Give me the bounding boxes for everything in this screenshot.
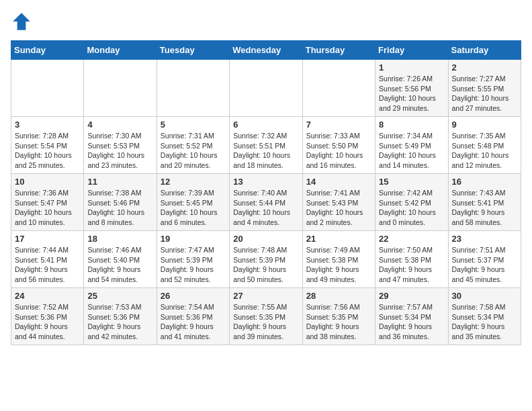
- day-number: 9: [452, 120, 517, 130]
- cell-info: Sunrise: 7:27 AM Sunset: 5:55 PM Dayligh…: [452, 74, 517, 113]
- day-header-thursday: Thursday: [302, 41, 375, 60]
- svg-marker-0: [13, 13, 30, 30]
- day-number: 20: [233, 234, 298, 244]
- day-number: 13: [233, 177, 298, 187]
- day-number: 30: [452, 291, 517, 301]
- cell-info: Sunrise: 7:58 AM Sunset: 5:34 PM Dayligh…: [452, 302, 517, 342]
- calendar-header-row: SundayMondayTuesdayWednesdayThursdayFrid…: [11, 41, 521, 60]
- calendar-cell: 8Sunrise: 7:34 AM Sunset: 5:49 PM Daylig…: [375, 117, 448, 174]
- calendar-cell: 20Sunrise: 7:48 AM Sunset: 5:39 PM Dayli…: [230, 231, 302, 288]
- cell-info: Sunrise: 7:41 AM Sunset: 5:43 PM Dayligh…: [306, 188, 371, 228]
- calendar-cell: 9Sunrise: 7:35 AM Sunset: 5:48 PM Daylig…: [448, 117, 521, 174]
- cell-info: Sunrise: 7:34 AM Sunset: 5:49 PM Dayligh…: [379, 131, 444, 171]
- day-number: 7: [306, 120, 371, 130]
- calendar-week-row: 1Sunrise: 7:26 AM Sunset: 5:56 PM Daylig…: [11, 60, 521, 117]
- cell-info: Sunrise: 7:51 AM Sunset: 5:37 PM Dayligh…: [452, 245, 517, 285]
- calendar-cell: 14Sunrise: 7:41 AM Sunset: 5:43 PM Dayli…: [302, 174, 375, 231]
- cell-info: Sunrise: 7:56 AM Sunset: 5:35 PM Dayligh…: [306, 302, 371, 342]
- calendar-cell: 30Sunrise: 7:58 AM Sunset: 5:34 PM Dayli…: [448, 288, 521, 345]
- calendar-cell: [230, 60, 302, 117]
- calendar-cell: 1Sunrise: 7:26 AM Sunset: 5:56 PM Daylig…: [375, 60, 448, 117]
- day-number: 5: [161, 120, 226, 130]
- day-header-friday: Friday: [375, 41, 448, 60]
- calendar-cell: 13Sunrise: 7:40 AM Sunset: 5:44 PM Dayli…: [230, 174, 302, 231]
- calendar-cell: 3Sunrise: 7:28 AM Sunset: 5:54 PM Daylig…: [11, 117, 84, 174]
- day-number: 19: [161, 234, 226, 244]
- day-header-sunday: Sunday: [11, 41, 84, 60]
- day-number: 14: [306, 177, 371, 187]
- cell-info: Sunrise: 7:33 AM Sunset: 5:50 PM Dayligh…: [306, 131, 371, 171]
- cell-info: Sunrise: 7:53 AM Sunset: 5:36 PM Dayligh…: [87, 302, 152, 342]
- cell-info: Sunrise: 7:31 AM Sunset: 5:52 PM Dayligh…: [161, 131, 226, 171]
- day-number: 29: [379, 291, 444, 301]
- calendar-week-row: 10Sunrise: 7:36 AM Sunset: 5:47 PM Dayli…: [11, 174, 521, 231]
- calendar-cell: 5Sunrise: 7:31 AM Sunset: 5:52 PM Daylig…: [157, 117, 229, 174]
- calendar-cell: 4Sunrise: 7:30 AM Sunset: 5:53 PM Daylig…: [84, 117, 157, 174]
- day-header-tuesday: Tuesday: [157, 41, 229, 60]
- calendar-cell: 27Sunrise: 7:55 AM Sunset: 5:35 PM Dayli…: [230, 288, 302, 345]
- day-number: 4: [87, 120, 152, 130]
- cell-info: Sunrise: 7:40 AM Sunset: 5:44 PM Dayligh…: [233, 188, 298, 228]
- cell-info: Sunrise: 7:32 AM Sunset: 5:51 PM Dayligh…: [233, 131, 298, 171]
- cell-info: Sunrise: 7:39 AM Sunset: 5:45 PM Dayligh…: [161, 188, 226, 228]
- day-number: 10: [15, 177, 80, 187]
- day-number: 22: [379, 234, 444, 244]
- calendar-cell: 16Sunrise: 7:43 AM Sunset: 5:41 PM Dayli…: [448, 174, 521, 231]
- day-number: 8: [379, 120, 444, 130]
- day-number: 24: [15, 291, 80, 301]
- calendar-cell: [157, 60, 229, 117]
- calendar-cell: 11Sunrise: 7:38 AM Sunset: 5:46 PM Dayli…: [84, 174, 157, 231]
- cell-info: Sunrise: 7:35 AM Sunset: 5:48 PM Dayligh…: [452, 131, 517, 171]
- cell-info: Sunrise: 7:47 AM Sunset: 5:39 PM Dayligh…: [161, 245, 226, 285]
- day-number: 6: [233, 120, 298, 130]
- day-number: 11: [87, 177, 152, 187]
- day-number: 17: [15, 234, 80, 244]
- calendar-cell: 22Sunrise: 7:50 AM Sunset: 5:38 PM Dayli…: [375, 231, 448, 288]
- day-number: 1: [379, 62, 444, 73]
- day-number: 26: [161, 291, 226, 301]
- cell-info: Sunrise: 7:55 AM Sunset: 5:35 PM Dayligh…: [233, 302, 298, 342]
- cell-info: Sunrise: 7:38 AM Sunset: 5:46 PM Dayligh…: [87, 188, 152, 228]
- day-number: 18: [87, 234, 152, 244]
- calendar-week-row: 3Sunrise: 7:28 AM Sunset: 5:54 PM Daylig…: [11, 117, 521, 174]
- cell-info: Sunrise: 7:30 AM Sunset: 5:53 PM Dayligh…: [87, 131, 152, 171]
- cell-info: Sunrise: 7:42 AM Sunset: 5:42 PM Dayligh…: [379, 188, 444, 228]
- day-number: 27: [233, 291, 298, 301]
- calendar-cell: 26Sunrise: 7:54 AM Sunset: 5:36 PM Dayli…: [157, 288, 229, 345]
- calendar-cell: 23Sunrise: 7:51 AM Sunset: 5:37 PM Dayli…: [448, 231, 521, 288]
- calendar-cell: 18Sunrise: 7:46 AM Sunset: 5:40 PM Dayli…: [84, 231, 157, 288]
- logo-icon: [11, 11, 32, 32]
- calendar-cell: 19Sunrise: 7:47 AM Sunset: 5:39 PM Dayli…: [157, 231, 229, 288]
- calendar-cell: 6Sunrise: 7:32 AM Sunset: 5:51 PM Daylig…: [230, 117, 302, 174]
- cell-info: Sunrise: 7:49 AM Sunset: 5:38 PM Dayligh…: [306, 245, 371, 285]
- calendar-cell: [84, 60, 157, 117]
- cell-info: Sunrise: 7:54 AM Sunset: 5:36 PM Dayligh…: [161, 302, 226, 342]
- calendar-cell: 10Sunrise: 7:36 AM Sunset: 5:47 PM Dayli…: [11, 174, 84, 231]
- day-number: 12: [161, 177, 226, 187]
- calendar-cell: [11, 60, 84, 117]
- day-number: 21: [306, 234, 371, 244]
- calendar-cell: 12Sunrise: 7:39 AM Sunset: 5:45 PM Dayli…: [157, 174, 229, 231]
- cell-info: Sunrise: 7:43 AM Sunset: 5:41 PM Dayligh…: [452, 188, 517, 228]
- cell-info: Sunrise: 7:52 AM Sunset: 5:36 PM Dayligh…: [15, 302, 80, 342]
- calendar-cell: 2Sunrise: 7:27 AM Sunset: 5:55 PM Daylig…: [448, 60, 521, 117]
- day-number: 28: [306, 291, 371, 301]
- calendar-week-row: 24Sunrise: 7:52 AM Sunset: 5:36 PM Dayli…: [11, 288, 521, 345]
- calendar-cell: 29Sunrise: 7:57 AM Sunset: 5:34 PM Dayli…: [375, 288, 448, 345]
- calendar-week-row: 17Sunrise: 7:44 AM Sunset: 5:41 PM Dayli…: [11, 231, 521, 288]
- cell-info: Sunrise: 7:28 AM Sunset: 5:54 PM Dayligh…: [15, 131, 80, 171]
- calendar-cell: 28Sunrise: 7:56 AM Sunset: 5:35 PM Dayli…: [302, 288, 375, 345]
- cell-info: Sunrise: 7:46 AM Sunset: 5:40 PM Dayligh…: [87, 245, 152, 285]
- calendar-cell: 7Sunrise: 7:33 AM Sunset: 5:50 PM Daylig…: [302, 117, 375, 174]
- calendar-cell: 21Sunrise: 7:49 AM Sunset: 5:38 PM Dayli…: [302, 231, 375, 288]
- day-header-wednesday: Wednesday: [230, 41, 302, 60]
- calendar-cell: 17Sunrise: 7:44 AM Sunset: 5:41 PM Dayli…: [11, 231, 84, 288]
- day-number: 25: [87, 291, 152, 301]
- day-header-monday: Monday: [84, 41, 157, 60]
- day-header-saturday: Saturday: [448, 41, 521, 60]
- day-number: 23: [452, 234, 517, 244]
- day-number: 3: [15, 120, 80, 130]
- cell-info: Sunrise: 7:57 AM Sunset: 5:34 PM Dayligh…: [379, 302, 444, 342]
- day-number: 16: [452, 177, 517, 187]
- cell-info: Sunrise: 7:44 AM Sunset: 5:41 PM Dayligh…: [15, 245, 80, 285]
